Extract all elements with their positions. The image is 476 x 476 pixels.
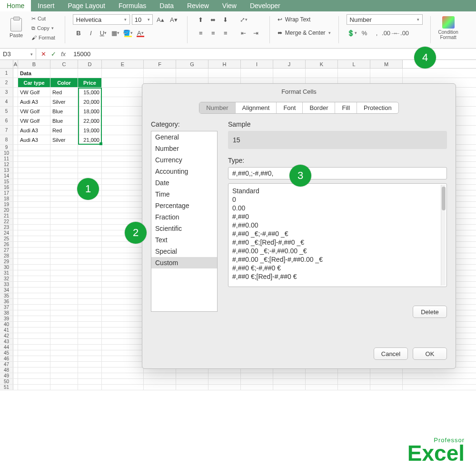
row-header[interactable]: 18 [0,196,13,201]
row-header[interactable]: 47 [0,362,13,367]
data-cell[interactable]: 18,000 [78,107,102,116]
row-header[interactable]: 19 [0,202,13,207]
decrease-indent-button[interactable]: ⇤ [238,28,249,38]
delete-button[interactable]: Delete [413,306,447,318]
dialog-tab-alignment[interactable]: Alignment [236,102,277,113]
row-header[interactable]: 22 [0,219,13,224]
type-option[interactable]: #,##0 _€;-#,##0 _€ [232,229,443,238]
decrease-decimal-button[interactable]: ←.00 [396,28,407,38]
wrap-text-button[interactable]: ↩Wrap Text [278,14,331,25]
row-header[interactable]: 11 [0,156,13,161]
category-item[interactable]: Accounting [151,166,217,177]
type-input[interactable]: #,##0,;-#,##0, [228,167,447,179]
data-cell[interactable]: 20,000 [78,97,102,106]
cancel-formula-icon[interactable]: ✕ [41,50,46,58]
merge-center-button[interactable]: ⬌Merge & Center▾ [278,28,331,38]
type-option[interactable]: #,##0 €;[Red]-#,##0 € [232,272,443,281]
column-header[interactable]: I [241,60,273,68]
type-option[interactable]: #,##0.00 [232,221,443,229]
row-header[interactable]: 24 [0,230,13,236]
row-header[interactable]: 5 [0,107,13,116]
column-header[interactable]: H [208,60,241,68]
type-option[interactable]: #,##0 €;-#,##0 € [232,264,443,272]
row-header[interactable]: 40 [0,322,13,327]
row-header[interactable]: 12 [0,162,13,167]
column-header[interactable]: K [306,60,338,68]
column-header[interactable]: G [176,60,208,68]
category-item[interactable]: Percentage [151,200,217,211]
row-header[interactable]: 50 [0,379,13,384]
row-header[interactable]: 1 [0,69,13,78]
row-header[interactable]: 21 [0,213,13,218]
dialog-tab-border[interactable]: Border [303,102,335,113]
row-header[interactable]: 51 [0,385,13,390]
row-header[interactable]: 8 [0,135,13,144]
row-header[interactable]: 37 [0,305,13,310]
font-color-button[interactable]: A▾ [135,28,146,38]
data-cell[interactable]: 19,000 [78,126,102,135]
align-right-button[interactable]: ≡ [220,28,231,38]
row-header[interactable]: 2 [0,78,13,87]
align-top-button[interactable]: ⬆ [195,14,207,25]
ribbon-tab-developer[interactable]: Developer [243,0,287,11]
column-header[interactable]: C [50,60,78,68]
type-option[interactable]: #,##0.00 _€;[Red]-#,##0.00 _€ [232,255,443,264]
data-cell[interactable]: Red [50,126,78,135]
align-center-button[interactable]: ≡ [208,28,219,38]
type-option[interactable]: #,##0 [232,212,443,221]
row-header[interactable]: 32 [0,276,13,281]
category-item[interactable]: Currency [151,154,217,166]
header-price[interactable]: Price [78,78,102,87]
row-header[interactable]: 3 [0,88,13,97]
increase-decimal-button[interactable]: .00→ [384,28,395,38]
data-cell[interactable]: 21,000 [78,135,102,144]
row-header[interactable]: 9 [0,145,13,150]
dialog-tab-font[interactable]: Font [277,102,303,113]
data-cell[interactable]: 15,000 [78,88,102,97]
row-header[interactable]: 36 [0,299,13,304]
ribbon-tab-page-layout[interactable]: Page Layout [61,0,112,11]
row-header[interactable]: 48 [0,367,13,373]
dialog-tab-number[interactable]: Number [199,102,235,113]
row-header[interactable]: 39 [0,316,13,321]
font-size-select[interactable]: 10▾ [132,14,153,25]
number-format-select[interactable]: Number▾ [347,14,423,25]
conditional-formatting-button[interactable]: Condition Formatt [438,14,458,40]
header-cartype[interactable]: Car type [18,78,50,87]
row-header[interactable]: 20 [0,208,13,213]
category-item[interactable]: Text [151,234,217,246]
category-item[interactable]: Date [151,177,217,188]
row-header[interactable]: 38 [0,310,13,316]
ok-button[interactable]: OK [413,347,447,360]
currency-button[interactable]: 💲▾ [347,28,358,38]
underline-button[interactable]: U▾ [98,28,109,38]
data-cell[interactable]: Audi A3 [18,135,50,144]
category-list[interactable]: GeneralNumberCurrencyAccountingDateTimeP… [151,131,218,312]
row-header[interactable]: 10 [0,150,13,156]
row-header[interactable]: 7 [0,126,13,135]
data-cell[interactable]: VW Golf [18,116,50,125]
percent-button[interactable]: % [359,28,370,38]
row-header[interactable]: 15 [0,179,13,184]
ribbon-tab-review[interactable]: Review [180,0,216,11]
column-header[interactable]: J [273,60,306,68]
cancel-button[interactable]: Cancel [374,347,408,360]
row-header[interactable]: 27 [0,248,13,253]
row-header[interactable]: 45 [0,350,13,356]
align-bottom-button[interactable]: ⬇ [220,14,231,25]
column-header[interactable]: L [338,60,370,68]
dialog-tab-fill[interactable]: Fill [335,102,357,113]
data-title-cell[interactable]: Data [18,69,50,78]
data-cell[interactable]: Audi A3 [18,126,50,135]
row-header[interactable]: 29 [0,259,13,264]
fx-icon[interactable]: fx [61,50,66,58]
cut-button[interactable]: ✂Cut [30,14,57,23]
accept-formula-icon[interactable]: ✓ [51,50,56,58]
border-button[interactable]: ▦▾ [110,28,121,38]
row-header[interactable]: 4 [0,97,13,106]
column-header[interactable]: D [78,60,102,68]
row-header[interactable]: 33 [0,282,13,287]
row-header[interactable]: 31 [0,270,13,276]
data-cell[interactable]: Red [50,88,78,97]
column-header[interactable]: E [102,60,144,68]
